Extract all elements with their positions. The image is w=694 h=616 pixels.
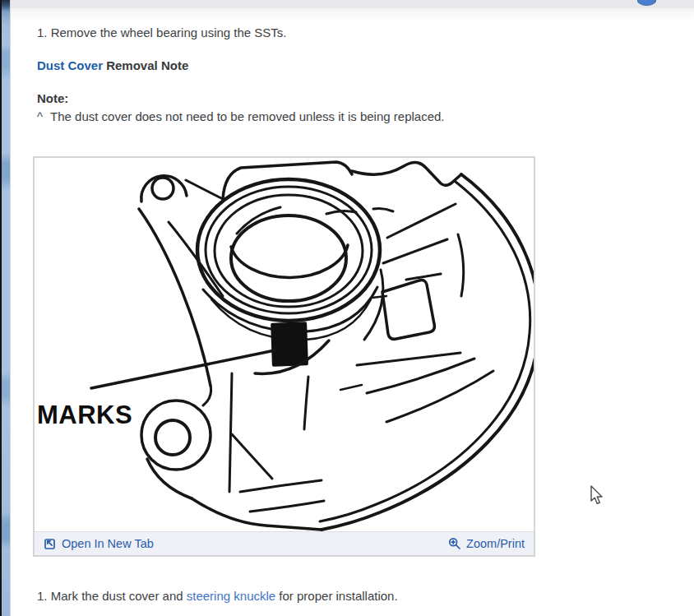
step-mark-text-after: for proper installation. [275, 589, 397, 603]
step-mark-text-before: 1. Mark the dust cover and [37, 589, 187, 603]
figure-footer-bar: Open In New Tab Zoom/Print [35, 531, 534, 555]
open-in-new-tab-button[interactable]: Open In New Tab [44, 537, 154, 551]
repair-manual-page: 1. Remove the wheel bearing using the SS… [0, 0, 694, 616]
figure-viewer: MARKS Open In New Tab Zoom/Print [33, 156, 535, 557]
zoom-print-button[interactable]: Zoom/Print [448, 537, 525, 551]
note-bullet-caret: ^ [37, 109, 43, 123]
note-text: The dust cover does not need to be remov… [50, 109, 444, 123]
note-label: Note: [37, 91, 662, 105]
dust-cover-link[interactable]: Dust Cover [37, 58, 103, 72]
section-heading-rest: Removal Note [103, 58, 188, 72]
content-left-divider [10, 0, 11, 616]
step-remove-bearing: 1. Remove the wheel bearing using the SS… [37, 0, 662, 39]
article-body: 1. Remove the wheel bearing using the SS… [37, 0, 662, 603]
window-left-edge [0, 0, 10, 616]
magnifier-plus-icon [448, 537, 461, 550]
marks-leader-line [91, 350, 275, 388]
marks-label: MARKS [37, 401, 132, 429]
zoom-print-label: Zoom/Print [466, 537, 525, 551]
step-mark-dust-cover: 1. Mark the dust cover and steering knuc… [37, 589, 662, 603]
steering-knuckle-link[interactable]: steering knuckle [187, 589, 275, 603]
section-heading: Dust Cover Removal Note [37, 58, 662, 72]
mouse-cursor-arrow [590, 485, 606, 507]
note-text-line: ^The dust cover does not need to be remo… [37, 109, 662, 123]
steering-knuckle-diagram: MARKS [35, 158, 534, 531]
open-in-new-tab-label: Open In New Tab [62, 537, 154, 551]
alignment-mark [271, 322, 308, 367]
open-in-new-tab-icon [44, 537, 57, 550]
